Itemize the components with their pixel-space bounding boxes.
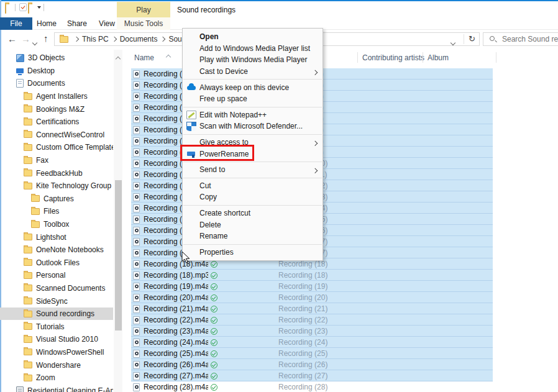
onedrive-synced-icon xyxy=(211,294,217,301)
sidebar-item-label: Captures xyxy=(43,194,74,203)
tab-home[interactable]: Home xyxy=(32,17,61,30)
file-row-recording-20-m4a[interactable]: Recording (20).m4a Recording (20) xyxy=(131,292,493,303)
sidebar-item-certifications[interactable]: Certifications xyxy=(0,116,113,129)
context-menu-item-scan-with-microsoft-defender[interactable]: Scan with Microsoft Defender... xyxy=(183,121,322,132)
breadcrumb-this-pc[interactable]: This PC xyxy=(81,35,110,43)
qat-customize-button[interactable] xyxy=(37,6,41,9)
qat-newfolder-button[interactable] xyxy=(28,4,29,13)
scroll-up-arrow-icon[interactable] xyxy=(116,54,120,63)
context-menu-item-always-keep-on-this-device[interactable]: Always keep on this device xyxy=(183,81,322,93)
column-divider[interactable] xyxy=(496,52,496,63)
file-row-recording-22-m4a[interactable]: Recording (22).m4a Recording (22) xyxy=(131,314,493,326)
context-menu-item-send-to[interactable]: Send to xyxy=(183,164,322,176)
file-row-recording-27-m4a[interactable]: Recording (27).m4a Recording (27) xyxy=(131,370,493,381)
file-row-recording-23-m4a[interactable]: Recording (23).m4a Recording (23) xyxy=(131,326,493,337)
file-row-recording-19-m4a[interactable]: Recording (19).m4a Recording (19) xyxy=(131,281,493,292)
menu-separator xyxy=(183,205,322,206)
file-title: Recording (28) xyxy=(278,383,327,391)
sidebar-item-connectwisecontrol[interactable]: ConnectWiseControl xyxy=(0,129,113,142)
context-menu-item-rename[interactable]: Rename xyxy=(183,230,322,242)
sidebar-item-label: WindowsPowerShell xyxy=(36,348,104,357)
tab-share[interactable]: Share xyxy=(61,17,93,30)
sidebar-item-sound-recordings[interactable]: Sound recordings xyxy=(0,308,113,321)
sidebar-item-outlook-files[interactable]: Outlook Files xyxy=(0,257,113,270)
sidebar-item-toolbox[interactable]: Toolbox xyxy=(0,218,113,231)
breadcrumb-documents[interactable]: Documents xyxy=(119,35,159,43)
sidebar-scrollbar-thumb[interactable] xyxy=(115,180,122,330)
file-row-recording-21-m4a[interactable]: Recording (21).m4a Recording (21) xyxy=(131,303,493,314)
context-menu-item-cast-to-device[interactable]: Cast to Device xyxy=(183,66,322,78)
sidebar-item-label: Custom Office Templates xyxy=(36,143,113,152)
onedrive-synced-icon xyxy=(211,350,217,357)
sidebar-item-zoom[interactable]: Zoom xyxy=(0,371,113,385)
context-menu-item-free-up-space[interactable]: Free up space xyxy=(183,93,322,105)
file-row-recording-18-mp3[interactable]: Recording (18).mp3 Recording (18) xyxy=(131,270,493,281)
sidebar-item-lightshot[interactable]: Lightshot xyxy=(0,230,113,244)
onedrive-synced-icon xyxy=(211,272,217,279)
menu-icon-placeholder xyxy=(186,193,196,201)
sidebar-item-onenote-notebooks[interactable]: OneNote Notebooks xyxy=(0,244,113,257)
context-menu-item-properties[interactable]: Properties xyxy=(183,247,322,258)
menu-icon-placeholder xyxy=(186,94,196,103)
refresh-icon[interactable]: ↻ xyxy=(469,34,475,43)
folder-icon xyxy=(24,272,32,279)
column-header-album[interactable]: Album xyxy=(428,53,449,62)
sidebar-item-feedbackhub[interactable]: FeedbackHub xyxy=(0,166,113,180)
qat-folder-icon[interactable] xyxy=(5,4,6,13)
sidebar-item-fax[interactable]: Fax xyxy=(0,154,113,167)
context-menu-item-play-with-windows-media-player[interactable]: Play with Windows Media Player xyxy=(183,54,322,66)
sidebar-item-bookings-m-z[interactable]: Bookings M&Z xyxy=(0,103,113,116)
sidebar-item-tutorials[interactable]: Tutorials xyxy=(0,320,113,333)
audio-file-icon xyxy=(133,70,140,78)
sidebar-item-desktop[interactable]: Desktop xyxy=(0,65,113,78)
context-menu-item-add-to-windows-media-player-list[interactable]: Add to Windows Media Player list xyxy=(183,43,322,55)
column-divider[interactable] xyxy=(423,52,423,63)
file-row-recording-28-m4a[interactable]: Recording (28).m4a Recording (28) xyxy=(131,381,493,392)
folder-icon xyxy=(24,144,32,151)
qat-separator xyxy=(43,4,44,11)
file-row-recording-25-m4a[interactable]: Recording (25).m4a Recording (25) xyxy=(131,348,493,359)
column-divider[interactable] xyxy=(357,52,358,63)
sidebar-item-sidesync[interactable]: SideSync xyxy=(0,294,113,308)
sidebar-item-label: Bookings M&Z xyxy=(36,105,85,114)
context-menu-item-delete[interactable]: Delete xyxy=(183,219,322,230)
file-row-recording-24-m4a[interactable]: Recording (24).m4a Recording (24) xyxy=(131,337,493,348)
address-dropdown-button[interactable] xyxy=(451,38,455,47)
sidebar-item-3d-objects[interactable]: 3D Objects xyxy=(0,52,113,65)
tab-music-tools[interactable]: Music Tools xyxy=(117,17,170,30)
recent-locations-chevron-icon[interactable] xyxy=(33,38,37,47)
sidebar-item-files[interactable]: Files xyxy=(0,205,113,218)
sidebar-item-windowspowershell[interactable]: WindowsPowerShell xyxy=(0,346,113,359)
sidebar-item-visual-studio-2010[interactable]: Visual Studio 2010 xyxy=(0,333,113,346)
file-name: Recording (20).m4a xyxy=(144,293,208,302)
up-arrow-icon[interactable]: ↑ xyxy=(43,34,48,43)
qat-properties-button[interactable] xyxy=(19,3,27,11)
sidebar-item-documents[interactable]: Documents xyxy=(0,77,113,90)
sidebar-item-scanned-documents[interactable]: Scanned Documents xyxy=(0,282,113,295)
back-arrow-icon[interactable]: ← xyxy=(7,34,17,43)
context-menu-item-copy[interactable]: Copy xyxy=(183,191,322,203)
forward-arrow-icon[interactable]: → xyxy=(21,34,30,43)
search-box[interactable] xyxy=(483,32,558,46)
sidebar-item-agent-installers[interactable]: Agent Installers xyxy=(0,90,113,103)
file-row-recording-26-m4a[interactable]: Recording (26).m4a Recording (26) xyxy=(131,359,493,370)
sidebar-item-wondershare[interactable]: Wondershare xyxy=(0,358,113,371)
context-menu-item-cut[interactable]: Cut xyxy=(183,180,322,192)
audio-file-icon xyxy=(133,249,140,257)
tab-file[interactable]: File xyxy=(0,17,32,30)
column-header-name[interactable]: Name xyxy=(134,53,154,62)
sidebar-item-kite-technology-group[interactable]: Kite Technology Group xyxy=(0,180,113,193)
context-menu-item-edit-with-notepad[interactable]: Edit with Notepad++ xyxy=(183,109,322,121)
search-input[interactable] xyxy=(501,34,558,44)
tab-play[interactable]: Play xyxy=(117,2,170,17)
sidebar-item-captures[interactable]: Captures xyxy=(0,193,113,206)
sidebar-item-custom-office-templates[interactable]: Custom Office Templates xyxy=(0,141,113,154)
sidebar-item-residential-cleaning-e-app[interactable]: Residential Cleaning E-App - xyxy=(0,384,113,392)
context-menu-item-open[interactable]: Open xyxy=(183,31,322,43)
cube-icon xyxy=(16,54,24,62)
sidebar-item-personal[interactable]: Personal xyxy=(0,269,113,282)
folder-icon xyxy=(24,285,32,291)
column-header-contributing-artists[interactable]: Contributing artists xyxy=(362,53,424,62)
sidebar-item-label: Residential Cleaning E-App - xyxy=(27,386,113,392)
context-menu-item-create-shortcut[interactable]: Create shortcut xyxy=(183,207,322,219)
